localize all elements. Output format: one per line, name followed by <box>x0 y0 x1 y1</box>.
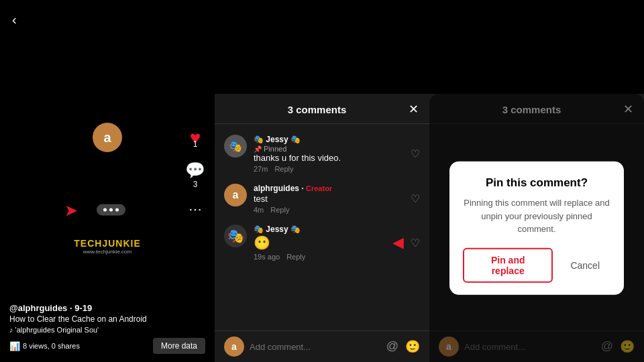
panel-tiktok-video: ‹ TECHJUNKIE www.techjunkie.com a ♥ 1 💬 … <box>0 0 215 362</box>
comment-meta: 19s ago Reply <box>254 253 382 261</box>
pin-dialog-title: Pin this comment? <box>463 176 610 190</box>
like-count: 1 <box>193 139 198 149</box>
comment-meta: 4m Reply <box>254 206 404 214</box>
comment-body: alphrguides · Creator test 4m Reply <box>254 184 404 214</box>
avatar[interactable]: a <box>93 123 122 152</box>
pin-dialog-buttons: Pin and replace Cancel <box>463 247 610 282</box>
more-data-button[interactable]: More data <box>153 338 205 354</box>
right-action-icons: ♥ 1 💬 3 ⋯ <box>185 127 205 217</box>
comment-avatar: 🎭 <box>224 135 247 158</box>
pin-replace-button[interactable]: Pin and replace <box>463 247 553 282</box>
video-bg: ‹ <box>215 0 429 94</box>
pin-dialog-description: Pinning this comment will replace and un… <box>463 196 610 236</box>
comment-count: 3 <box>193 180 198 189</box>
mention-icon[interactable]: @ <box>386 339 398 354</box>
panel-comments: ‹ 3 comments ✕ 🎭 🎭 Jessy 🎭 📌 Pinned than… <box>215 0 429 362</box>
options-button[interactable] <box>97 204 125 216</box>
comment-username: 🎭 Jessy 🎭 <box>254 135 404 144</box>
sheet-close-button[interactable]: ✕ <box>409 102 419 117</box>
comments-sheet-p3: 3 comments ✕ Pin this comment? Pinning t… <box>429 94 644 362</box>
comment-meta: 27m Reply <box>254 165 404 173</box>
reply-link[interactable]: Reply <box>274 165 293 173</box>
creator-badge: Creator <box>306 184 332 192</box>
logo-sub: www.techjunkie.com <box>74 249 140 255</box>
comment-input[interactable] <box>250 342 381 352</box>
reply-link[interactable]: Reply <box>286 253 305 261</box>
back-button[interactable]: ‹ <box>12 12 17 27</box>
emoji-icon[interactable]: 🙂 <box>405 339 420 354</box>
like-button[interactable]: ♡ <box>411 237 420 249</box>
like-button[interactable]: ♡ <box>411 147 420 160</box>
sheet-header: 3 comments ✕ <box>215 94 429 124</box>
comment-username: 🎭 Jessy 🎭 <box>254 225 382 234</box>
input-icons: @ 🙂 <box>386 339 420 354</box>
comments-sheet: 3 comments ✕ 🎭 🎭 Jessy 🎭 📌 Pinned thanks… <box>215 94 429 362</box>
comment-item: 🎭 🎭 Jessy 🎭 😶 19s ago Reply ◀ ♡ <box>215 219 429 266</box>
comment-text: test <box>254 194 404 204</box>
views: 📊 8 views, 0 shares <box>9 341 80 351</box>
comment-text: thanks u for this video. <box>254 153 404 163</box>
pin-icon: 📌 <box>254 145 262 153</box>
video-bg-p3: ‹ <box>429 0 644 94</box>
comment-item: a alphrguides · Creator test 4m Reply ♡ <box>215 178 429 219</box>
red-arrow: ➤ <box>64 200 78 219</box>
comment-avatar: 🎭 <box>224 225 247 247</box>
comment-input-area: a @ 🙂 <box>215 330 429 362</box>
comments-list: 🎭 🎭 Jessy 🎭 📌 Pinned thanks u for this v… <box>215 124 429 330</box>
comment-body: 🎭 Jessy 🎭 😶 19s ago Reply <box>254 225 382 261</box>
comment-text: 😶 <box>254 235 382 251</box>
like-button[interactable]: ♡ <box>411 192 420 205</box>
comment-body: 🎭 Jessy 🎭 📌 Pinned thanks u for this vid… <box>254 135 404 173</box>
comment-icon[interactable]: 💬 <box>185 161 205 180</box>
username: @alphrguides · 9-19 <box>9 303 205 313</box>
pinned-badge: 📌 Pinned <box>254 145 404 153</box>
video-info: @alphrguides · 9-19 How to Clear the Cac… <box>0 296 215 362</box>
cancel-button[interactable]: Cancel <box>559 247 610 282</box>
panel-pin-dialog: ‹ 3 comments ✕ Pin this comment? Pinning… <box>429 0 644 362</box>
caption: How to Clear the Cache on an Android <box>9 314 205 324</box>
sound: ♪ 'alphrguides Original Sou' <box>9 326 205 334</box>
sheet-title: 3 comments <box>288 104 347 115</box>
red-arrow: ◀ <box>392 234 404 251</box>
share-icon[interactable]: ⋯ <box>189 201 202 217</box>
logo-text: TECHJUNKIE <box>74 239 140 249</box>
pin-dialog: Pin this comment? Pinning this comment w… <box>449 162 624 295</box>
reply-link[interactable]: Reply <box>270 206 289 214</box>
comment-avatar: a <box>224 184 247 206</box>
comment-item: 🎭 🎭 Jessy 🎭 📌 Pinned thanks u for this v… <box>215 129 429 178</box>
stats-bar: 📊 8 views, 0 shares More data <box>9 338 205 354</box>
techjunkie-logo: TECHJUNKIE www.techjunkie.com <box>74 239 140 255</box>
comment-username: alphrguides · Creator <box>254 184 404 193</box>
user-avatar: a <box>224 337 244 357</box>
chart-icon: 📊 <box>9 341 20 351</box>
